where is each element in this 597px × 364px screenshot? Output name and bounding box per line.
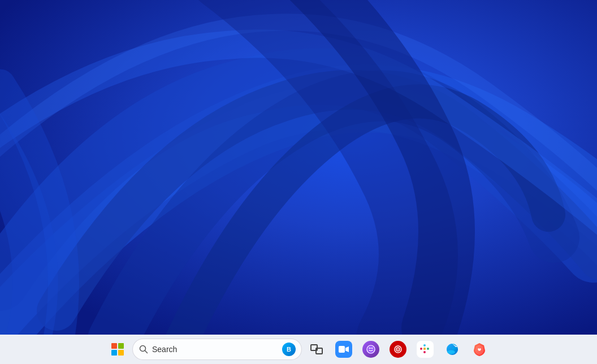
bing-badge: B: [282, 343, 296, 356]
svg-rect-12: [423, 348, 426, 350]
task-view-button[interactable]: [304, 337, 329, 362]
zoom-button[interactable]: [331, 337, 356, 362]
taskbar: Search B: [0, 335, 597, 364]
svg-rect-13: [427, 348, 429, 350]
search-bar[interactable]: Search B: [132, 339, 302, 360]
svg-rect-11: [423, 344, 426, 346]
svg-point-15: [447, 350, 455, 354]
edge-button[interactable]: [440, 337, 465, 362]
reaction-button[interactable]: [358, 337, 383, 362]
focusrite-icon: [390, 341, 406, 358]
slack-button[interactable]: [413, 337, 438, 362]
reaction-icon: [362, 341, 379, 358]
svg-rect-3: [339, 346, 345, 353]
desktop: [0, 0, 597, 335]
search-icon: [139, 344, 149, 354]
svg-point-9: [397, 349, 399, 350]
edge-icon: [444, 341, 461, 358]
focusrite-button[interactable]: [386, 337, 410, 362]
svg-point-4: [366, 345, 375, 354]
svg-rect-10: [420, 348, 422, 350]
slack-icon: [417, 341, 434, 358]
brave-button[interactable]: [467, 337, 492, 362]
svg-rect-14: [423, 351, 426, 353]
start-button[interactable]: [105, 337, 130, 362]
windows-logo: [111, 343, 124, 356]
search-label: Search: [152, 345, 279, 354]
zoom-icon: [335, 341, 352, 358]
svg-line-2: [145, 351, 148, 353]
brave-icon: [471, 341, 488, 358]
task-view-icon: [310, 344, 323, 354]
